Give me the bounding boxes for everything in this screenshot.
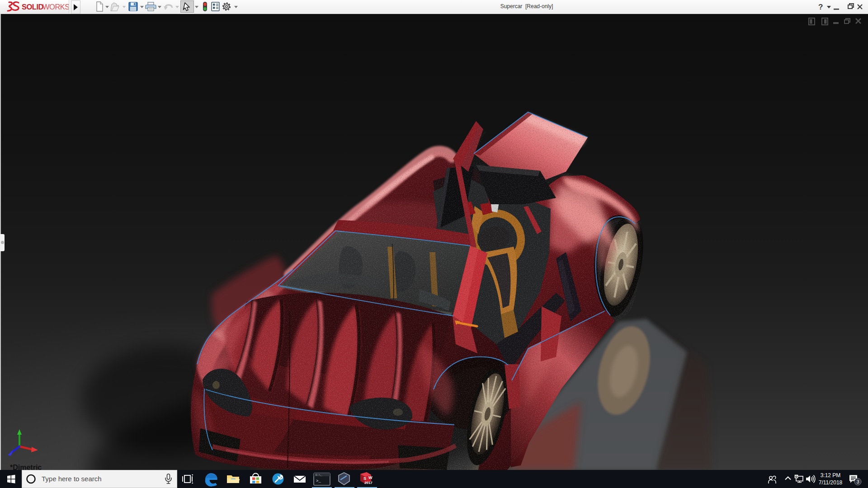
- svg-text:3: 3: [857, 479, 859, 484]
- svg-text:S: S: [363, 476, 366, 481]
- svg-text:W: W: [368, 475, 373, 480]
- svg-text:>_: >_: [316, 479, 321, 483]
- svg-text:?: ?: [818, 3, 823, 11]
- svg-text:2017: 2017: [364, 481, 373, 485]
- svg-text:C:\_: C:\_: [316, 474, 322, 477]
